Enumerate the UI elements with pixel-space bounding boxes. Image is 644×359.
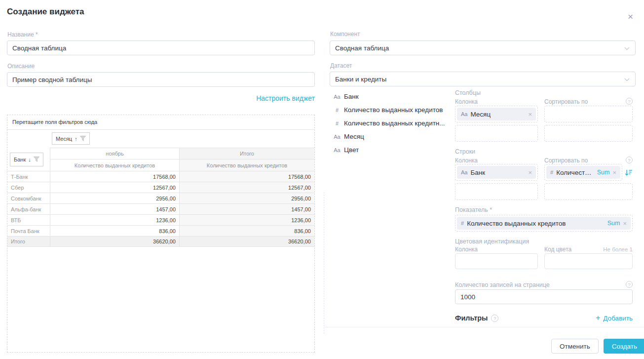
color-column-dropzone[interactable] (455, 253, 538, 269)
color-section-title: Цветовая идентификация (455, 238, 633, 245)
sort-asc-icon: ↑ (75, 136, 77, 142)
color-code-dropzone[interactable] (544, 253, 633, 269)
columns-column-label: Колонка (455, 98, 538, 105)
name-input[interactable] (7, 40, 315, 55)
close-icon[interactable]: × (628, 12, 633, 21)
pivot-corner-cell: Банк ↓ (7, 148, 50, 171)
component-select-value: Сводная таблица (335, 44, 389, 52)
columns-dropzone[interactable]: Aa Месяц × (455, 106, 538, 122)
component-label: Компонент (330, 31, 360, 38)
pivot-measure-header: Количество выданных кредитов (179, 159, 314, 171)
number-type-icon: # (334, 120, 341, 126)
rows-chip-bank[interactable]: Aa Банк × (457, 166, 536, 179)
dataset-field-list: Aa Банк # Количество выданных кредитов #… (334, 90, 452, 157)
color-limit-hint: Не более 1 (603, 246, 633, 252)
pivot-row-label: Почта Банк (7, 225, 50, 236)
help-icon[interactable]: ? (491, 315, 498, 322)
measure-dropzone[interactable]: # Количество выданных кредитов Sum × (455, 215, 633, 232)
page-size-label: Количество записей на странице (455, 281, 633, 288)
name-label: Название * (7, 31, 38, 38)
dataset-select[interactable]: Банки и кредиты (330, 72, 636, 86)
filter-funnel-icon[interactable] (34, 157, 39, 162)
aggregation-badge[interactable]: Sum (597, 169, 610, 176)
number-type-icon: # (550, 169, 553, 175)
pivot-filter-dropzone[interactable]: Перетащите поля фильтров сюда (7, 115, 314, 130)
pivot-col-header-total: Итого (179, 148, 314, 159)
rows-section-title: Строки (455, 148, 633, 156)
pivot-row-label: ВТБ (7, 214, 50, 225)
columns-sort-dropzone-empty[interactable] (544, 125, 633, 142)
columns-sort-label: Сортировать по (544, 98, 633, 105)
columns-sort-dropzone[interactable] (544, 106, 633, 122)
dataset-field-credits-count[interactable]: # Количество выданных кредитов (334, 103, 452, 117)
pivot-cell: 1236,00 (179, 214, 314, 225)
rows-dropzone[interactable]: Aa Банк × (455, 164, 538, 181)
pivot-column-chip[interactable]: Месяц ↑ (52, 132, 90, 145)
dataset-field-bank[interactable]: Aa Банк (334, 90, 452, 103)
filters-title: Фильтры (455, 314, 488, 322)
remove-icon[interactable]: × (528, 169, 532, 176)
description-input[interactable] (7, 72, 315, 87)
create-button[interactable]: Создать (604, 339, 644, 354)
pivot-cell: 1236,00 (50, 214, 179, 225)
pivot-col-header: ноябрь (50, 148, 179, 159)
measure-section-title: Показатель * (455, 206, 633, 214)
columns-chip-month[interactable]: Aa Месяц × (457, 108, 536, 120)
add-filter-button[interactable]: + Добавить (596, 314, 633, 322)
sort-desc-icon: ↓ (28, 157, 31, 162)
pivot-row-label: Совкомбанк (7, 193, 50, 203)
filter-funnel-icon[interactable] (80, 136, 86, 141)
number-type-icon: # (334, 107, 341, 113)
footer-divider (325, 327, 644, 327)
page-title: Создание виджета (7, 7, 84, 17)
pivot-cell: 836,00 (50, 225, 179, 236)
help-icon[interactable]: ? (626, 98, 633, 105)
dataset-select-value: Банки и кредиты (335, 76, 386, 83)
pivot-total-cell: 36620,00 (50, 236, 179, 247)
pivot-cell: 17568,00 (179, 171, 314, 182)
pivot-cell: 1457,00 (179, 203, 314, 214)
pivot-column-area: Месяц ↑ (7, 130, 314, 148)
rows-sort-chip[interactable]: # Количество... Sum × (546, 166, 620, 179)
text-type-icon: Aa (334, 94, 341, 100)
pivot-table: Банк ↓ ноябрь Итого Количество выданных … (7, 148, 314, 247)
help-icon[interactable]: ? (626, 157, 633, 163)
pivot-column-chip-label: Месяц (56, 136, 72, 142)
remove-icon[interactable]: × (623, 220, 627, 227)
remove-icon[interactable]: × (612, 169, 616, 176)
dataset-field-credits-count-2[interactable]: # Количество выданных кредитн... (334, 117, 452, 130)
page-size-input[interactable] (455, 289, 633, 304)
pivot-row-label: Альфа-банк (7, 203, 50, 214)
panel-divider (324, 192, 324, 334)
text-type-icon: Aa (334, 134, 341, 140)
columns-dropzone-empty[interactable] (455, 125, 538, 142)
help-icon[interactable]: ? (626, 281, 633, 288)
component-select[interactable]: Сводная таблица (330, 40, 636, 55)
color-column-label: Колонка (455, 246, 538, 253)
configure-widget-link[interactable]: Настроить виджет (256, 94, 315, 102)
pivot-row-chip[interactable]: Банк ↓ (10, 153, 43, 166)
sort-direction-icon[interactable] (625, 169, 633, 176)
rows-sort-dropzone-empty[interactable] (544, 183, 633, 200)
rows-sort-dropzone[interactable]: # Количество... Sum × (544, 164, 622, 181)
cancel-button[interactable]: Отменить (551, 339, 599, 354)
text-type-icon: Aa (461, 169, 467, 175)
remove-icon[interactable]: × (528, 111, 532, 118)
pivot-measure-header: Количество выданных кредитов (50, 159, 179, 171)
chevron-down-icon (624, 47, 630, 50)
rows-dropzone-empty[interactable] (455, 183, 538, 200)
rows-sort-label: Сортировать по (544, 157, 633, 164)
dataset-field-color[interactable]: Aa Цвет (334, 143, 452, 157)
columns-section-title: Столбцы (455, 89, 633, 97)
pivot-preview: Перетащите поля фильтров сюда Месяц ↑ Ба… (7, 115, 315, 353)
pivot-cell: 836,00 (179, 225, 314, 236)
pivot-total-cell: 36620,00 (179, 236, 314, 247)
dataset-field-month[interactable]: Aa Месяц (334, 130, 452, 143)
aggregation-badge[interactable]: Sum (607, 220, 620, 227)
pivot-cell: 12567,00 (50, 182, 179, 193)
text-type-icon: Aa (334, 147, 341, 153)
measure-chip[interactable]: # Количество выданных кредитов Sum × (457, 217, 631, 230)
chevron-down-icon (624, 78, 630, 81)
rows-column-label: Колонка (455, 157, 538, 164)
pivot-row-chip-label: Банк (14, 157, 26, 162)
